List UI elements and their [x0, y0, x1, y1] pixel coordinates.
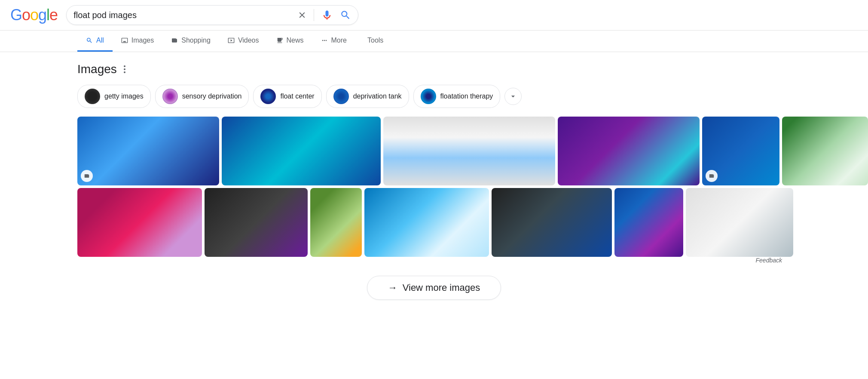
image-thumb[interactable]: [702, 117, 779, 185]
chip-sensory-label: sensory deprivation: [182, 92, 242, 100]
images-title: Images: [77, 62, 117, 76]
dot3: [124, 71, 125, 73]
image-thumb[interactable]: [77, 117, 219, 185]
header: Google: [0, 0, 868, 31]
chip-center-thumb: [260, 89, 276, 104]
chip-floatation[interactable]: floatation therapy: [413, 85, 501, 108]
search-icon[interactable]: [340, 9, 351, 21]
view-more-button[interactable]: → View more images: [367, 276, 501, 300]
view-more-label: View more images: [403, 282, 480, 293]
chip-expand-button[interactable]: [504, 88, 522, 105]
chip-center[interactable]: float center: [253, 85, 321, 108]
logo-o2: o: [30, 6, 38, 24]
shopping-nav-icon: [171, 37, 178, 44]
videos-nav-icon: [228, 37, 235, 44]
feedback-section: Feedback: [77, 257, 791, 264]
feedback-label[interactable]: Feedback: [756, 257, 782, 264]
chip-getty-label: getty images: [104, 92, 144, 100]
image-thumb[interactable]: [686, 188, 793, 257]
image-thumb[interactable]: [782, 117, 868, 185]
filter-chips: getty images sensory deprivation float c…: [77, 85, 791, 108]
image-thumb[interactable]: [310, 188, 362, 257]
nav-item-more[interactable]: More: [312, 31, 355, 52]
logo-o1: o: [22, 6, 30, 24]
nav-news-label: News: [287, 37, 304, 44]
search-bar: [66, 5, 358, 25]
chip-getty-thumb: [85, 89, 100, 104]
image-row-1: [77, 117, 791, 185]
image-thumb[interactable]: [222, 117, 381, 185]
chip-sensory-thumb: [162, 89, 178, 104]
nav-item-images[interactable]: Images: [113, 31, 162, 52]
dot1: [124, 65, 125, 67]
chip-deprivation-label: deprivation tank: [353, 92, 402, 100]
news-nav-icon: [276, 37, 283, 44]
tools-label: Tools: [367, 37, 383, 44]
nav-item-shopping[interactable]: Shopping: [162, 31, 219, 52]
dot2: [124, 68, 125, 70]
nav-bar: All Images Shopping Videos News More Too…: [0, 31, 868, 52]
image-grid: [77, 117, 791, 257]
nav-item-videos[interactable]: Videos: [219, 31, 268, 52]
tag-badge-5: [706, 170, 718, 182]
main-content: Images getty images sensory deprivation …: [0, 52, 868, 317]
view-more-arrow: →: [388, 282, 397, 293]
image-thumb[interactable]: [205, 188, 308, 257]
divider: [314, 9, 314, 21]
google-logo[interactable]: Google: [10, 6, 58, 24]
chevron-down-icon: [509, 92, 517, 101]
chip-floatation-thumb: [421, 89, 436, 104]
more-options-button[interactable]: [122, 64, 127, 75]
nav-all-label: All: [96, 37, 104, 44]
image-thumb[interactable]: [614, 188, 683, 257]
view-more-section: → View more images: [77, 265, 791, 307]
image-thumb[interactable]: [558, 117, 700, 185]
chip-deprivation[interactable]: deprivation tank: [326, 85, 409, 108]
search-input[interactable]: [73, 10, 292, 20]
chip-center-label: float center: [280, 92, 314, 100]
mic-icon[interactable]: [321, 9, 333, 21]
image-nav-icon: [121, 37, 128, 44]
nav-more-label: More: [331, 37, 347, 44]
nav-images-label: Images: [131, 37, 154, 44]
images-header: Images: [77, 62, 791, 76]
nav-item-news[interactable]: News: [268, 31, 312, 52]
clear-icon[interactable]: [297, 10, 307, 20]
search-nav-icon: [86, 37, 93, 44]
more-nav-icon: [321, 37, 328, 44]
image-thumb[interactable]: [77, 188, 202, 257]
nav-videos-label: Videos: [238, 37, 259, 44]
logo-e: e: [49, 6, 58, 24]
nav-shopping-label: Shopping: [181, 37, 211, 44]
chip-deprivation-thumb: [333, 89, 349, 104]
image-thumb[interactable]: [383, 117, 555, 185]
image-row-2: [77, 188, 791, 257]
logo-g: G: [10, 6, 22, 24]
image-thumb[interactable]: [492, 188, 612, 257]
chip-getty[interactable]: getty images: [77, 85, 151, 108]
search-actions: [297, 9, 351, 21]
nav-item-tools[interactable]: Tools: [359, 31, 392, 52]
chip-sensory[interactable]: sensory deprivation: [155, 85, 249, 108]
image-thumb[interactable]: [364, 188, 489, 257]
tag-badge-1: [81, 170, 93, 182]
chip-floatation-label: floatation therapy: [440, 92, 493, 100]
logo-g2: g: [38, 6, 46, 24]
nav-item-all[interactable]: All: [77, 31, 113, 52]
